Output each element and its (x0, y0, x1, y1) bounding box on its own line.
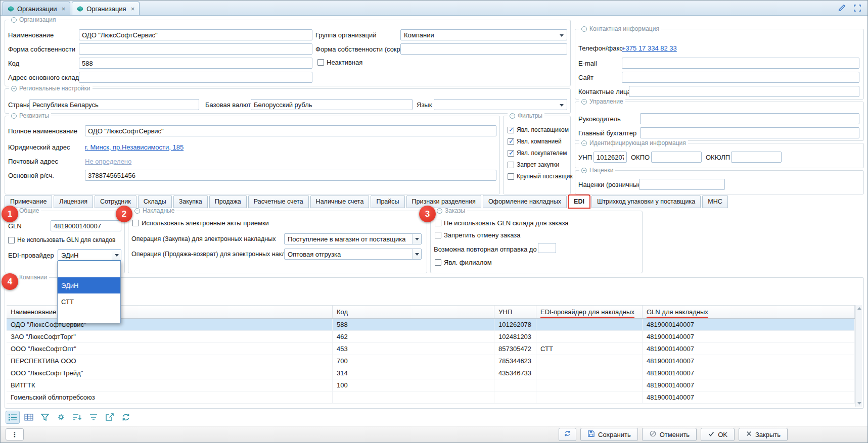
collapse-icon[interactable] (581, 26, 587, 32)
unp-input[interactable] (593, 152, 627, 163)
filter-lines-button[interactable] (86, 411, 101, 424)
tab-sale[interactable]: Продажа (209, 195, 247, 208)
close-tab-icon[interactable]: × (62, 5, 66, 13)
purchase-operation-select[interactable]: Поступление в магазин от поставщика (284, 233, 422, 244)
tab-employee[interactable]: Сотрудник (95, 195, 136, 208)
collapse-icon[interactable] (510, 113, 515, 119)
refresh-button[interactable] (559, 428, 576, 441)
retail-markup-input[interactable] (639, 179, 725, 190)
postal-address-link[interactable]: Не определено (85, 158, 131, 165)
is-branch-checkbox[interactable]: Явл. филиалом (435, 259, 492, 266)
table-row[interactable]: ВИТГТК1004819000140007 (7, 379, 855, 391)
settings-gear-button[interactable] (54, 411, 68, 424)
save-button[interactable]: Сохранить (580, 428, 638, 441)
table-row[interactable]: ОДО "ЛюксСофтСервис"58810126207848190001… (7, 319, 855, 331)
edi-provider-select[interactable]: ЭДиН (58, 250, 121, 261)
sort-list-button[interactable] (70, 411, 84, 424)
filter-large-supplier-checkbox[interactable]: Крупный поставщик (508, 173, 573, 180)
tab-purchase[interactable]: Закупка (173, 195, 208, 208)
tab-price-lists[interactable]: Прайсы (371, 195, 404, 208)
language-select[interactable] (434, 99, 567, 110)
close-button[interactable]: Закрыть (739, 428, 788, 441)
name-input[interactable] (79, 29, 312, 40)
table-row[interactable]: Гомельский облпотребсоюз4819000140007 (7, 391, 855, 404)
column-header-edi-provider[interactable]: EDI-провайдер для накладных (536, 306, 643, 318)
org-group-select[interactable]: Компании (400, 29, 567, 40)
column-header-code[interactable]: Код (333, 306, 494, 318)
open-in-window-button[interactable] (103, 411, 117, 424)
sync-refresh-button[interactable] (119, 411, 133, 424)
warehouse-address-input[interactable] (79, 72, 312, 83)
filter-funnel-button[interactable] (38, 411, 52, 424)
close-tab-icon[interactable]: × (131, 5, 135, 13)
tab-cash-accounts[interactable]: Наличные счета (310, 195, 370, 208)
column-header-name[interactable]: Наименование (7, 306, 333, 318)
filter-company-checkbox[interactable]: Явл. компанией (508, 138, 562, 145)
email-input[interactable] (622, 58, 859, 69)
dropdown-option-empty[interactable] (58, 261, 120, 277)
maximize-icon[interactable] (853, 4, 861, 12)
table-row[interactable]: ООО "ЛюксСофтТрейд"314435346733481900014… (7, 367, 855, 379)
scroll-up-icon[interactable] (857, 307, 861, 310)
collapse-icon[interactable] (581, 99, 587, 105)
edit-pencil-icon[interactable] (838, 4, 846, 12)
forbid-cancel-checkbox[interactable]: Запретить отмену заказа (435, 231, 521, 239)
ok-button[interactable]: OK (701, 428, 735, 441)
legal-address-link[interactable]: г. Минск, пр.Независимости, 185 (85, 143, 184, 151)
filter-supplier-checkbox[interactable]: Явл. поставщиком (508, 126, 569, 133)
full-name-input[interactable] (85, 125, 496, 136)
scroll-down-icon[interactable] (857, 402, 861, 405)
tab-invoice-layout[interactable]: Оформление накладных (483, 195, 567, 208)
ownership-input[interactable] (79, 43, 312, 55)
phone-link[interactable]: +375 17 334 82 33 (622, 44, 677, 52)
currency-input[interactable] (251, 99, 413, 110)
window-tab-organizations[interactable]: Организации × (3, 2, 70, 15)
collapse-icon[interactable] (581, 140, 587, 146)
column-header-unp[interactable]: УНП (494, 306, 536, 318)
ownership-short-input[interactable] (400, 43, 567, 55)
okyulp-input[interactable] (731, 152, 782, 163)
collapse-icon[interactable] (11, 113, 17, 119)
collapse-icon[interactable] (134, 208, 140, 214)
code-input[interactable] (79, 58, 312, 69)
table-row[interactable]: ЗАО "ЛюксСофтТорг"4621024812034819000140… (7, 331, 855, 343)
resend-until-input[interactable] (538, 243, 556, 253)
tab-settlement-accounts[interactable]: Расчетные счета (248, 195, 309, 208)
head-input[interactable] (640, 113, 859, 124)
no-gln-order-checkbox[interactable]: Не использовать GLN склада для заказа (435, 219, 569, 227)
main-account-input[interactable] (85, 170, 496, 181)
electronic-acts-checkbox[interactable]: Использовать электронные акты приемки (132, 219, 269, 227)
tab-mns[interactable]: МНС (702, 195, 727, 208)
inactive-checkbox[interactable]: Неактивная (317, 59, 362, 66)
tab-license[interactable]: Лицензия (54, 195, 93, 208)
contact-persons-input[interactable] (629, 86, 859, 97)
tab-edi[interactable]: EDI (568, 195, 590, 208)
filter-purchase-ban-checkbox[interactable]: Запрет закупки (508, 161, 559, 168)
table-scrollbar[interactable] (855, 305, 862, 407)
filter-buyer-checkbox[interactable]: Явл. покупателем (508, 150, 567, 157)
dropdown-option-edin[interactable]: ЭДиН (58, 277, 120, 293)
cancel-button[interactable]: Отменить (642, 428, 697, 441)
collapse-icon[interactable] (437, 208, 442, 214)
collapse-icon[interactable] (11, 86, 17, 91)
dropdown-option-ctt[interactable]: СТТ (58, 293, 120, 310)
no-gln-warehouse-checkbox[interactable]: Не использовать GLN для складов (8, 236, 115, 243)
column-header-gln[interactable]: GLN для накладных (643, 306, 855, 318)
gln-input[interactable] (51, 220, 121, 231)
country-input[interactable] (29, 99, 199, 110)
table-row[interactable]: ООО "ЛюксСофтОпт"453857305472СТТ48190001… (7, 343, 855, 355)
site-input[interactable] (622, 72, 859, 83)
collapse-icon[interactable] (11, 17, 17, 23)
table-row[interactable]: ПЕРСПЕКТИВА ООО7007853446234819000140007 (7, 355, 855, 367)
tab-separation-signs[interactable]: Признаки разделения (406, 195, 481, 208)
return-operation-select[interactable]: Оптовая отгрузка (284, 249, 422, 260)
collapse-icon[interactable] (581, 168, 587, 173)
tab-supplier-package-barcode[interactable]: Штрихкод упаковки у поставщика (591, 195, 701, 208)
more-button[interactable]: ⋮ (6, 428, 24, 440)
window-tab-organization[interactable]: Организация × (72, 2, 140, 15)
table-grid-button[interactable] (22, 411, 36, 424)
okpo-input[interactable] (651, 152, 702, 163)
chief-accountant-input[interactable] (640, 127, 859, 138)
view-list-button[interactable] (6, 411, 20, 424)
tab-warehouses[interactable]: Склады (138, 195, 172, 208)
